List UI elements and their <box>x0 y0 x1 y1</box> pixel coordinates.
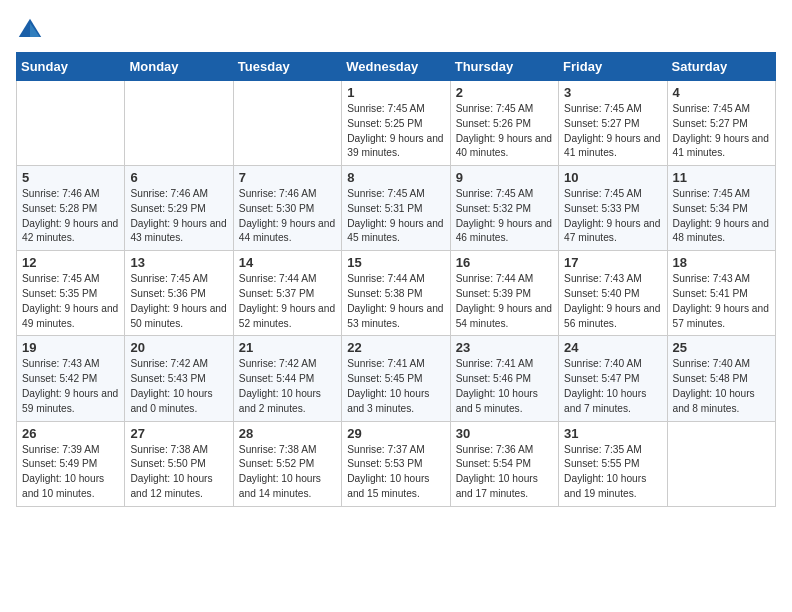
calendar-cell: 5Sunrise: 7:46 AM Sunset: 5:28 PM Daylig… <box>17 166 125 251</box>
cell-content: Sunrise: 7:45 AM Sunset: 5:34 PM Dayligh… <box>673 187 770 246</box>
calendar-cell: 8Sunrise: 7:45 AM Sunset: 5:31 PM Daylig… <box>342 166 450 251</box>
day-number: 28 <box>239 426 336 441</box>
calendar-cell: 23Sunrise: 7:41 AM Sunset: 5:46 PM Dayli… <box>450 336 558 421</box>
day-number: 31 <box>564 426 661 441</box>
day-number: 8 <box>347 170 444 185</box>
day-number: 18 <box>673 255 770 270</box>
calendar-cell: 25Sunrise: 7:40 AM Sunset: 5:48 PM Dayli… <box>667 336 775 421</box>
day-number: 24 <box>564 340 661 355</box>
cell-content: Sunrise: 7:45 AM Sunset: 5:32 PM Dayligh… <box>456 187 553 246</box>
day-number: 22 <box>347 340 444 355</box>
day-number: 25 <box>673 340 770 355</box>
calendar-cell: 1Sunrise: 7:45 AM Sunset: 5:25 PM Daylig… <box>342 81 450 166</box>
calendar-cell: 22Sunrise: 7:41 AM Sunset: 5:45 PM Dayli… <box>342 336 450 421</box>
calendar-cell: 17Sunrise: 7:43 AM Sunset: 5:40 PM Dayli… <box>559 251 667 336</box>
calendar-cell: 31Sunrise: 7:35 AM Sunset: 5:55 PM Dayli… <box>559 421 667 506</box>
calendar-cell: 2Sunrise: 7:45 AM Sunset: 5:26 PM Daylig… <box>450 81 558 166</box>
calendar-cell: 16Sunrise: 7:44 AM Sunset: 5:39 PM Dayli… <box>450 251 558 336</box>
calendar-cell <box>125 81 233 166</box>
calendar-week-row: 5Sunrise: 7:46 AM Sunset: 5:28 PM Daylig… <box>17 166 776 251</box>
calendar-week-row: 12Sunrise: 7:45 AM Sunset: 5:35 PM Dayli… <box>17 251 776 336</box>
cell-content: Sunrise: 7:41 AM Sunset: 5:46 PM Dayligh… <box>456 357 553 416</box>
cell-content: Sunrise: 7:46 AM Sunset: 5:29 PM Dayligh… <box>130 187 227 246</box>
cell-content: Sunrise: 7:44 AM Sunset: 5:38 PM Dayligh… <box>347 272 444 331</box>
cell-content: Sunrise: 7:42 AM Sunset: 5:43 PM Dayligh… <box>130 357 227 416</box>
cell-content: Sunrise: 7:43 AM Sunset: 5:40 PM Dayligh… <box>564 272 661 331</box>
calendar-cell: 6Sunrise: 7:46 AM Sunset: 5:29 PM Daylig… <box>125 166 233 251</box>
cell-content: Sunrise: 7:45 AM Sunset: 5:33 PM Dayligh… <box>564 187 661 246</box>
calendar-week-row: 1Sunrise: 7:45 AM Sunset: 5:25 PM Daylig… <box>17 81 776 166</box>
calendar-cell: 28Sunrise: 7:38 AM Sunset: 5:52 PM Dayli… <box>233 421 341 506</box>
calendar-cell: 19Sunrise: 7:43 AM Sunset: 5:42 PM Dayli… <box>17 336 125 421</box>
day-number: 26 <box>22 426 119 441</box>
calendar-cell: 21Sunrise: 7:42 AM Sunset: 5:44 PM Dayli… <box>233 336 341 421</box>
cell-content: Sunrise: 7:44 AM Sunset: 5:37 PM Dayligh… <box>239 272 336 331</box>
cell-content: Sunrise: 7:45 AM Sunset: 5:31 PM Dayligh… <box>347 187 444 246</box>
day-number: 12 <box>22 255 119 270</box>
cell-content: Sunrise: 7:38 AM Sunset: 5:50 PM Dayligh… <box>130 443 227 502</box>
calendar-cell: 12Sunrise: 7:45 AM Sunset: 5:35 PM Dayli… <box>17 251 125 336</box>
day-number: 2 <box>456 85 553 100</box>
calendar-cell: 24Sunrise: 7:40 AM Sunset: 5:47 PM Dayli… <box>559 336 667 421</box>
day-number: 4 <box>673 85 770 100</box>
day-number: 7 <box>239 170 336 185</box>
day-number: 11 <box>673 170 770 185</box>
cell-content: Sunrise: 7:40 AM Sunset: 5:48 PM Dayligh… <box>673 357 770 416</box>
calendar-cell <box>233 81 341 166</box>
day-number: 5 <box>22 170 119 185</box>
day-of-week-header: Thursday <box>450 53 558 81</box>
day-of-week-header: Sunday <box>17 53 125 81</box>
day-number: 13 <box>130 255 227 270</box>
cell-content: Sunrise: 7:40 AM Sunset: 5:47 PM Dayligh… <box>564 357 661 416</box>
calendar-cell: 30Sunrise: 7:36 AM Sunset: 5:54 PM Dayli… <box>450 421 558 506</box>
calendar-cell: 9Sunrise: 7:45 AM Sunset: 5:32 PM Daylig… <box>450 166 558 251</box>
calendar-week-row: 26Sunrise: 7:39 AM Sunset: 5:49 PM Dayli… <box>17 421 776 506</box>
day-of-week-header: Monday <box>125 53 233 81</box>
day-number: 14 <box>239 255 336 270</box>
calendar-cell: 4Sunrise: 7:45 AM Sunset: 5:27 PM Daylig… <box>667 81 775 166</box>
cell-content: Sunrise: 7:38 AM Sunset: 5:52 PM Dayligh… <box>239 443 336 502</box>
cell-content: Sunrise: 7:45 AM Sunset: 5:26 PM Dayligh… <box>456 102 553 161</box>
day-number: 23 <box>456 340 553 355</box>
calendar-cell: 7Sunrise: 7:46 AM Sunset: 5:30 PM Daylig… <box>233 166 341 251</box>
day-of-week-header: Tuesday <box>233 53 341 81</box>
day-of-week-header: Wednesday <box>342 53 450 81</box>
cell-content: Sunrise: 7:43 AM Sunset: 5:41 PM Dayligh… <box>673 272 770 331</box>
calendar-table: SundayMondayTuesdayWednesdayThursdayFrid… <box>16 52 776 507</box>
cell-content: Sunrise: 7:43 AM Sunset: 5:42 PM Dayligh… <box>22 357 119 416</box>
day-number: 10 <box>564 170 661 185</box>
day-number: 16 <box>456 255 553 270</box>
cell-content: Sunrise: 7:39 AM Sunset: 5:49 PM Dayligh… <box>22 443 119 502</box>
day-number: 1 <box>347 85 444 100</box>
day-number: 9 <box>456 170 553 185</box>
day-number: 17 <box>564 255 661 270</box>
day-of-week-header: Friday <box>559 53 667 81</box>
calendar-cell: 10Sunrise: 7:45 AM Sunset: 5:33 PM Dayli… <box>559 166 667 251</box>
calendar-cell: 26Sunrise: 7:39 AM Sunset: 5:49 PM Dayli… <box>17 421 125 506</box>
cell-content: Sunrise: 7:36 AM Sunset: 5:54 PM Dayligh… <box>456 443 553 502</box>
calendar-cell: 20Sunrise: 7:42 AM Sunset: 5:43 PM Dayli… <box>125 336 233 421</box>
calendar-header-row: SundayMondayTuesdayWednesdayThursdayFrid… <box>17 53 776 81</box>
calendar-cell: 13Sunrise: 7:45 AM Sunset: 5:36 PM Dayli… <box>125 251 233 336</box>
day-number: 19 <box>22 340 119 355</box>
calendar-cell: 18Sunrise: 7:43 AM Sunset: 5:41 PM Dayli… <box>667 251 775 336</box>
calendar-cell: 14Sunrise: 7:44 AM Sunset: 5:37 PM Dayli… <box>233 251 341 336</box>
calendar-cell: 27Sunrise: 7:38 AM Sunset: 5:50 PM Dayli… <box>125 421 233 506</box>
day-number: 29 <box>347 426 444 441</box>
calendar-cell: 15Sunrise: 7:44 AM Sunset: 5:38 PM Dayli… <box>342 251 450 336</box>
calendar-cell <box>17 81 125 166</box>
logo <box>16 16 48 44</box>
cell-content: Sunrise: 7:45 AM Sunset: 5:25 PM Dayligh… <box>347 102 444 161</box>
cell-content: Sunrise: 7:35 AM Sunset: 5:55 PM Dayligh… <box>564 443 661 502</box>
day-number: 30 <box>456 426 553 441</box>
day-of-week-header: Saturday <box>667 53 775 81</box>
calendar-cell: 3Sunrise: 7:45 AM Sunset: 5:27 PM Daylig… <box>559 81 667 166</box>
day-number: 15 <box>347 255 444 270</box>
day-number: 6 <box>130 170 227 185</box>
logo-icon <box>16 16 44 44</box>
cell-content: Sunrise: 7:45 AM Sunset: 5:36 PM Dayligh… <box>130 272 227 331</box>
cell-content: Sunrise: 7:45 AM Sunset: 5:27 PM Dayligh… <box>673 102 770 161</box>
day-number: 21 <box>239 340 336 355</box>
day-number: 20 <box>130 340 227 355</box>
calendar-cell <box>667 421 775 506</box>
